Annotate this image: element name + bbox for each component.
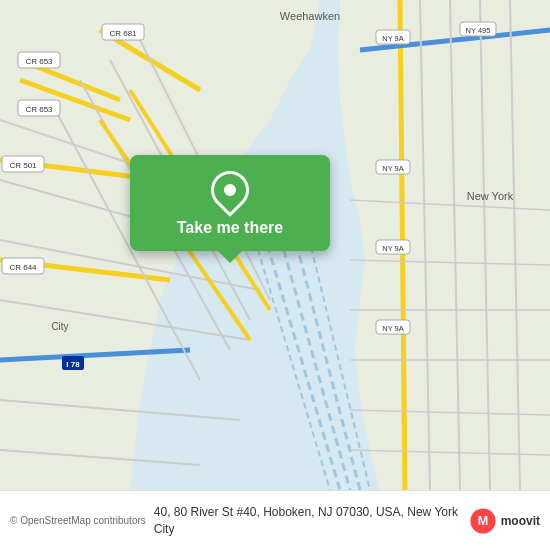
map-view: CR 653 CR 653 CR 681 CR 501 CR 644 I 78 …	[0, 0, 550, 490]
svg-text:I 78: I 78	[66, 360, 80, 369]
svg-text:CR 501: CR 501	[9, 161, 37, 170]
moovit-icon: M	[469, 507, 497, 535]
svg-text:NY 9A: NY 9A	[382, 34, 404, 43]
svg-text:CR 644: CR 644	[9, 263, 37, 272]
svg-text:City: City	[51, 321, 68, 332]
svg-text:New York: New York	[467, 190, 514, 202]
svg-text:M: M	[477, 514, 488, 528]
svg-text:CR 653: CR 653	[25, 105, 53, 114]
svg-text:NY 9A: NY 9A	[382, 164, 404, 173]
moovit-logo: M moovit	[469, 507, 540, 535]
svg-text:CR 653: CR 653	[25, 57, 53, 66]
svg-text:NY 495: NY 495	[466, 26, 491, 35]
svg-text:NY 9A: NY 9A	[382, 324, 404, 333]
take-me-there-tooltip[interactable]: Take me there	[130, 155, 330, 251]
svg-text:CR 681: CR 681	[109, 29, 137, 38]
osm-attribution: © OpenStreetMap contributors	[10, 515, 146, 526]
address-text: 40, 80 River St #40, Hoboken, NJ 07030, …	[154, 504, 461, 538]
bottom-bar: © OpenStreetMap contributors 40, 80 Rive…	[0, 490, 550, 550]
svg-text:Weehawken: Weehawken	[280, 10, 340, 22]
moovit-name: moovit	[501, 514, 540, 528]
tooltip-label: Take me there	[177, 219, 283, 237]
location-pin-icon	[203, 163, 257, 217]
svg-text:NY 9A: NY 9A	[382, 244, 404, 253]
